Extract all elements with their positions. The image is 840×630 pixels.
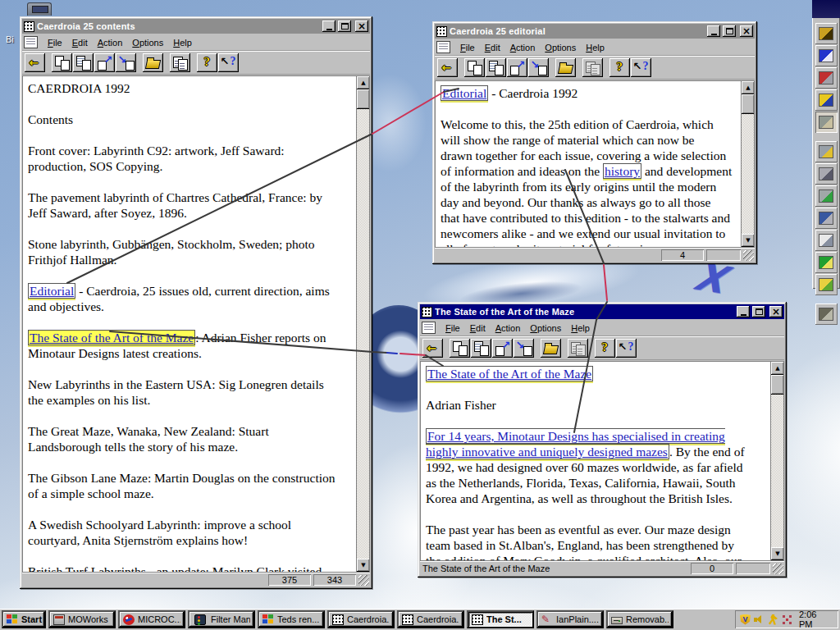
scroll-down-button[interactable]: ▼ — [742, 234, 755, 247]
help-button[interactable] — [595, 339, 615, 358]
menu-item-options[interactable]: Options — [540, 42, 581, 53]
help-button[interactable] — [197, 53, 217, 72]
volume-icon[interactable] — [754, 614, 765, 625]
paste-page-button[interactable] — [73, 53, 94, 72]
app-icon[interactable] — [422, 307, 432, 317]
maximize-button[interactable] — [752, 306, 765, 317]
menu-item-action[interactable]: Action — [93, 37, 128, 48]
scrollbar-thumb[interactable] — [357, 89, 370, 109]
titlebar[interactable]: Caerdroia 25 contents × — [22, 19, 370, 34]
link-back-button[interactable] — [528, 58, 549, 77]
menu-item-edit[interactable]: Edit — [480, 42, 505, 53]
minimize-button[interactable] — [322, 21, 336, 32]
launcher-button-print-share[interactable] — [815, 141, 838, 162]
task-button-filter-man-[interactable]: Filter Man... — [188, 610, 255, 628]
launcher-button-plug[interactable] — [815, 112, 838, 133]
launcher-button-package[interactable] — [815, 274, 838, 295]
task-button-caerdroia-[interactable]: Caerdroia... — [327, 610, 395, 628]
menu-item-file[interactable]: File — [441, 322, 465, 334]
launcher-button-wallet[interactable] — [815, 304, 838, 325]
ctxhelp-button[interactable] — [631, 58, 651, 77]
virus-scanner-icon[interactable] — [782, 614, 792, 625]
paste-page-button[interactable] — [471, 339, 491, 358]
hyperlink[interactable]: The State of the Art of the Maze — [28, 330, 195, 345]
menu-item-options[interactable]: Options — [525, 322, 566, 334]
menu-item-options[interactable]: Options — [127, 37, 168, 48]
launcher-button-package-n[interactable] — [815, 252, 838, 273]
open-button[interactable] — [555, 58, 576, 77]
vertical-scrollbar[interactable]: ▲ ▼ — [356, 76, 369, 572]
task-button-the-st-[interactable]: The St... — [467, 610, 534, 628]
scrollbar-thumb[interactable] — [771, 375, 784, 395]
launcher-button-stapler[interactable] — [815, 67, 838, 89]
launcher-button-display[interactable] — [815, 208, 838, 229]
scroll-up-button[interactable]: ▲ — [357, 76, 370, 89]
start-button[interactable]: Start — [2, 610, 46, 628]
minimize-button[interactable] — [737, 306, 750, 317]
app-icon[interactable] — [436, 26, 447, 37]
scroll-up-button[interactable]: ▲ — [742, 81, 755, 94]
link-forward-button[interactable] — [507, 58, 527, 77]
back-button[interactable] — [422, 339, 443, 358]
scroll-up-button[interactable]: ▲ — [771, 362, 784, 375]
hyperlink[interactable]: The State of the Art of the Maze — [426, 366, 593, 381]
copy2-button[interactable] — [170, 53, 190, 72]
resize-grip[interactable] — [358, 575, 369, 586]
open-button[interactable] — [143, 53, 163, 72]
menu-item-help[interactable]: Help — [566, 322, 595, 334]
ctxhelp-button[interactable] — [218, 53, 239, 72]
link-back-button[interactable] — [514, 339, 534, 358]
document-icon[interactable] — [24, 36, 38, 48]
launcher-button-device[interactable] — [815, 163, 838, 185]
maximize-button[interactable] — [723, 25, 736, 37]
launcher-button-bulb[interactable] — [815, 89, 838, 111]
menu-item-edit[interactable]: Edit — [465, 322, 491, 334]
menu-item-file[interactable]: File — [455, 42, 480, 53]
close-button[interactable]: × — [355, 21, 368, 32]
launcher-button-horseshoe[interactable] — [815, 45, 838, 66]
menu-item-help[interactable]: Help — [581, 42, 609, 53]
ctxhelp-button[interactable] — [616, 339, 637, 358]
scroll-down-button[interactable]: ▼ — [357, 559, 370, 572]
task-button-removab-[interactable]: Removab... — [606, 610, 673, 628]
launcher-button-bug[interactable] — [815, 23, 838, 44]
vertical-scrollbar[interactable]: ▲ ▼ — [770, 362, 783, 560]
document-icon[interactable] — [422, 322, 436, 334]
copy-page-button[interactable] — [52, 53, 72, 72]
task-button-microc-[interactable]: MICROC... — [118, 610, 185, 628]
minimize-button[interactable] — [707, 25, 720, 37]
menu-item-edit[interactable]: Edit — [67, 37, 93, 48]
shortcut-bar-handle[interactable] — [812, 0, 840, 18]
menu-item-action[interactable]: Action — [505, 42, 541, 53]
launcher-button-recycle[interactable] — [815, 185, 838, 207]
open-button[interactable] — [541, 339, 561, 358]
task-button-ianplain-[interactable]: IanPlain.... — [536, 610, 604, 628]
link-back-button[interactable] — [116, 53, 136, 72]
close-button[interactable]: × — [740, 25, 753, 37]
titlebar[interactable]: Caerdroia 25 editorial × — [435, 24, 755, 39]
link-forward-button[interactable] — [492, 339, 513, 358]
copy-page-button[interactable] — [464, 58, 485, 77]
maximize-button[interactable] — [338, 21, 351, 32]
vertical-scrollbar[interactable]: ▲ ▼ — [741, 81, 754, 247]
scroll-down-button[interactable]: ▼ — [771, 547, 784, 560]
resize-grip[interactable] — [773, 564, 783, 574]
hyperlink[interactable]: Editorial — [28, 283, 75, 299]
paste-page-button[interactable] — [486, 58, 506, 77]
hyperlink[interactable]: Editorial — [441, 85, 488, 101]
menu-item-file[interactable]: File — [43, 37, 67, 48]
help-button[interactable] — [609, 58, 630, 77]
scrollbar-thumb[interactable] — [742, 94, 755, 114]
desktop-icon[interactable] — [27, 2, 52, 16]
app-icon[interactable] — [24, 21, 34, 32]
copy-page-button[interactable] — [450, 339, 470, 358]
close-button[interactable]: × — [769, 306, 783, 317]
hyperlink[interactable]: history — [603, 163, 641, 179]
antivirus-shield-icon[interactable]: V — [740, 614, 751, 625]
link-forward-button[interactable] — [94, 53, 115, 72]
back-button[interactable] — [437, 58, 458, 77]
menu-item-help[interactable]: Help — [168, 37, 197, 48]
messenger-person-icon[interactable] — [768, 614, 778, 625]
document-icon[interactable] — [436, 41, 450, 53]
resize-grip[interactable] — [743, 250, 754, 261]
